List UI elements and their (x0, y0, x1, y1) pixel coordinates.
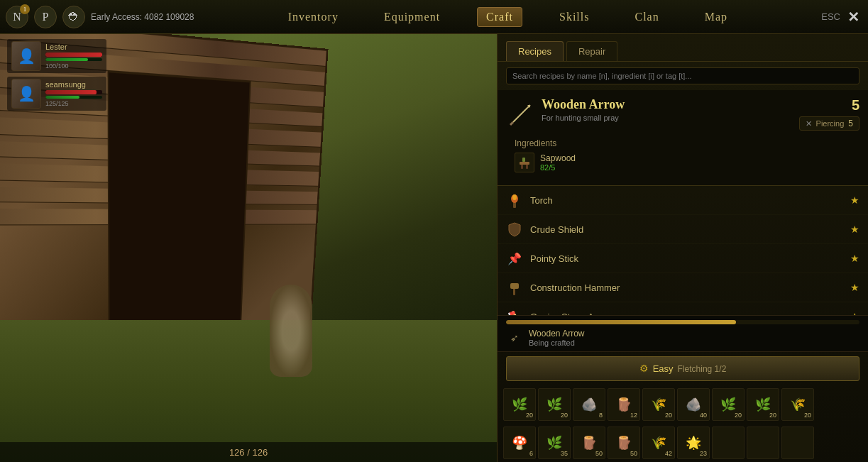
craft-button[interactable]: ⚙ Easy Fletching 1/2 (506, 356, 859, 381)
inv-slot-inv-row-1-6[interactable]: 🌿20 (712, 388, 745, 421)
inv-slot-count: 20 (665, 412, 672, 419)
nav-link-equipment[interactable]: Equipment (375, 8, 449, 26)
inv-slot-icon: 🌿 (546, 397, 562, 412)
recipe-name-pointy-stick: Pointy Stick (530, 253, 850, 264)
inv-slot-icon: 🍄 (512, 435, 527, 451)
inv-slot-icon: 🪨 (686, 397, 701, 412)
recipe-star-torch[interactable]: ★ (850, 194, 859, 207)
craft-item-info: Wooden Arrow Being crafted (529, 329, 585, 347)
inv-slot-count: 20 (526, 412, 533, 419)
inv-slot-count: 8 (599, 412, 603, 419)
inv-slot-icon: 🪵 (616, 397, 632, 412)
craft-progress-section: ➶ Wooden Arrow Being crafted (498, 315, 868, 352)
item-quantity: 5 (852, 97, 859, 114)
inv-slot-count: 20 (804, 412, 811, 419)
player-card-seamsungg: 👤 seamsungg 125/125 (7, 77, 106, 111)
inv-slot-inv-row-2-6[interactable] (712, 427, 745, 459)
item-title-block: Wooden Arrow For hunting small pray (542, 97, 792, 122)
inv-slot-inv-row-2-3[interactable]: 🪵50 (608, 427, 640, 459)
inv-slot-inv-row-1-1[interactable]: 🌿20 (538, 388, 571, 421)
inv-slot-inv-row-2-8[interactable] (781, 427, 814, 459)
inv-slot-inv-row-1-0[interactable]: 🌿20 (503, 388, 536, 421)
inv-slot-inv-row-2-2[interactable]: 🪵50 (573, 427, 605, 459)
inv-slot-inv-row-2-4[interactable]: 🌾42 (642, 427, 675, 459)
svg-rect-3 (520, 162, 529, 165)
inv-slot-inv-row-1-3[interactable]: 🪵12 (608, 388, 640, 421)
inv-slot-count: 40 (700, 412, 707, 419)
svg-point-9 (512, 194, 517, 200)
recipe-name-gneiss-stone-axe: Gneiss Stone Axe (530, 312, 850, 316)
nav-link-clan[interactable]: Clan (626, 8, 667, 26)
player-info-lester: Lester 100/100 (45, 43, 102, 70)
recipe-list: Torch★Crude Shield★📌Pointy Stick★Constru… (498, 186, 868, 315)
ingredient-name-sapwood: Sapwood (540, 153, 576, 163)
inv-slot-icon: 🌾 (651, 435, 666, 451)
nav-link-map[interactable]: Map (696, 8, 736, 26)
player-name-seamsungg: seamsungg (45, 80, 102, 89)
craft-progress-bar-container (506, 320, 859, 324)
svg-rect-6 (526, 165, 528, 169)
hud-left: N 1 P ⛑ Early Access: 4082 109028 (0, 6, 194, 28)
recipe-star-pointy-stick[interactable]: ★ (850, 253, 859, 265)
player-character (270, 285, 312, 377)
recipe-item-construction-hammer[interactable]: Construction Hammer★ (498, 273, 868, 302)
inv-slot-inv-row-1-5[interactable]: 🪨40 (677, 388, 710, 421)
health-fill-seamsungg (45, 90, 97, 94)
inv-slot-icon: 🌾 (790, 397, 806, 412)
inv-slot-count: 23 (700, 450, 707, 457)
notification-p-icon[interactable]: P (34, 6, 57, 28)
inv-slot-icon: 🌿 (720, 397, 736, 412)
item-quantity-block: 5 ✕ Piercing 5 (799, 97, 859, 131)
inv-slot-count: 50 (595, 450, 603, 457)
recipe-star-gneiss-stone-axe[interactable]: ★ (850, 311, 859, 316)
recipe-item-torch[interactable]: Torch★ (498, 186, 868, 215)
inv-slot-inv-row-1-7[interactable]: 🌿20 (747, 388, 779, 421)
craft-button-icon: ⚙ (639, 363, 649, 375)
info-header: Wooden Arrow For hunting small pray 5 ✕ … (506, 97, 859, 133)
recipe-star-construction-hammer[interactable]: ★ (850, 282, 859, 294)
recipe-name-crude-shield: Crude Shield (530, 224, 850, 235)
inv-slot-icon: 🪵 (616, 435, 632, 451)
tab-recipes[interactable]: Recipes (506, 41, 564, 61)
inv-slot-inv-row-1-8[interactable]: 🌾20 (781, 388, 814, 421)
avatar-seamsungg: 👤 (11, 79, 41, 109)
ground (0, 320, 497, 462)
inv-slot-inv-row-1-2[interactable]: 🪨8 (573, 388, 605, 421)
close-button[interactable]: ✕ (847, 9, 859, 26)
nav-link-craft[interactable]: Craft (477, 7, 522, 27)
craft-item-row: ➶ Wooden Arrow Being crafted (506, 329, 859, 347)
inv-slot-icon: 🌟 (686, 435, 701, 451)
recipe-item-gneiss-stone-axe[interactable]: 🪓Gneiss Stone Axe★ (498, 302, 868, 315)
inv-slot-count: 50 (630, 450, 637, 457)
crafting-item-name: Wooden Arrow (529, 329, 585, 339)
p-initial: P (43, 11, 49, 23)
inv-slot-inv-row-2-0[interactable]: 🍄6 (503, 427, 536, 459)
craft-panel: Recipes Repair Wooden Arrow For hunting … (497, 34, 868, 462)
recipe-star-crude-shield[interactable]: ★ (850, 224, 859, 236)
hp-values-seamsungg: 125/125 (45, 100, 102, 107)
avatar-lester: 👤 (11, 41, 41, 71)
inv-slot-inv-row-2-5[interactable]: 🌟23 (677, 427, 710, 459)
recipe-item-crude-shield[interactable]: Crude Shield★ (498, 215, 868, 244)
helmet-icon: ⛑ (62, 6, 85, 28)
notification-n-icon[interactable]: N 1 (6, 6, 28, 28)
nav-link-skills[interactable]: Skills (551, 8, 598, 26)
nav-link-inventory[interactable]: Inventory (280, 8, 347, 26)
player-avatars-panel: 👤 Lester 100/100 👤 seamsungg 125/125 (7, 39, 106, 111)
item-info-panel: Wooden Arrow For hunting small pray 5 ✕ … (498, 90, 868, 186)
tab-repair[interactable]: Repair (566, 41, 617, 61)
crafting-item-status: Being crafted (529, 339, 585, 347)
esc-key[interactable]: ESC (821, 11, 840, 22)
inv-slot-inv-row-2-1[interactable]: 🌿35 (538, 427, 571, 459)
item-description: For hunting small pray (542, 114, 792, 122)
ingredient-icon-sapwood (515, 153, 534, 172)
inv-slot-inv-row-2-7[interactable] (747, 427, 779, 459)
player-name-lester: Lester (45, 43, 102, 51)
health-fill-lester (45, 53, 102, 57)
nav-links: InventoryEquipmentCraftSkillsClanMap (194, 7, 821, 27)
inv-slot-count: 35 (561, 450, 568, 457)
recipe-search-input[interactable] (506, 67, 859, 84)
inv-slot-inv-row-1-4[interactable]: 🌾20 (642, 388, 675, 421)
recipe-item-pointy-stick[interactable]: 📌Pointy Stick★ (498, 244, 868, 273)
notification-badge: 1 (20, 4, 30, 14)
